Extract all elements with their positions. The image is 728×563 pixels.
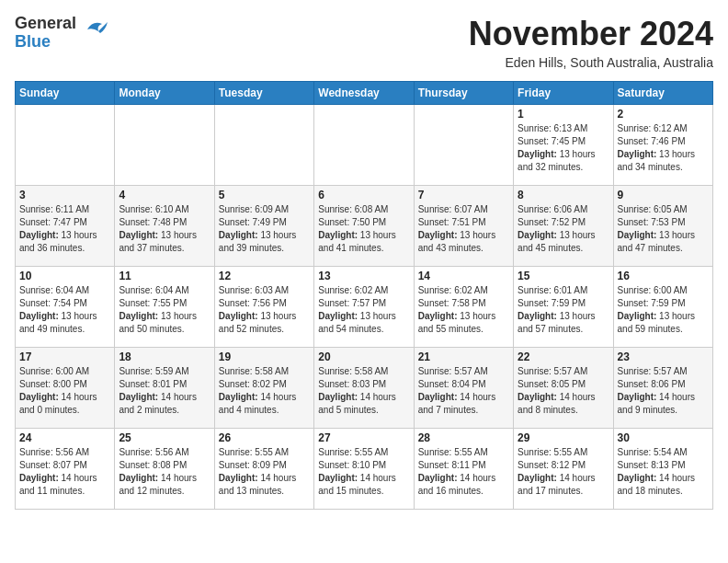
calendar-cell: 30Sunrise: 5:54 AMSunset: 8:13 PMDayligh… (613, 429, 712, 510)
day-number: 3 (19, 189, 110, 201)
calendar-cell: 12Sunrise: 6:03 AMSunset: 7:56 PMDayligh… (214, 267, 313, 348)
day-info: Sunrise: 6:07 AMSunset: 7:51 PMDaylight:… (418, 203, 509, 255)
day-number: 4 (119, 189, 210, 201)
day-info: Sunrise: 5:58 AMSunset: 8:03 PMDaylight:… (318, 365, 409, 417)
day-number: 5 (219, 189, 310, 201)
day-info: Sunrise: 5:55 AMSunset: 8:11 PMDaylight:… (418, 446, 509, 498)
calendar-cell (214, 105, 313, 186)
logo: General Blue (15, 15, 109, 52)
calendar-cell: 1Sunrise: 6:13 AMSunset: 7:45 PMDaylight… (514, 105, 613, 186)
day-info: Sunrise: 5:57 AMSunset: 8:05 PMDaylight:… (518, 365, 609, 417)
calendar-cell (115, 105, 214, 186)
calendar-cell: 6Sunrise: 6:08 AMSunset: 7:50 PMDaylight… (314, 186, 414, 267)
calendar-cell: 26Sunrise: 5:55 AMSunset: 8:09 PMDayligh… (214, 429, 313, 510)
day-number: 13 (318, 270, 409, 282)
calendar-cell: 17Sunrise: 6:00 AMSunset: 8:00 PMDayligh… (16, 348, 115, 429)
calendar-cell: 25Sunrise: 5:56 AMSunset: 8:08 PMDayligh… (115, 429, 214, 510)
day-number: 7 (418, 189, 509, 201)
calendar-cell (16, 105, 115, 186)
calendar-cell: 9Sunrise: 6:05 AMSunset: 7:53 PMDaylight… (613, 186, 712, 267)
day-number: 26 (219, 431, 310, 444)
day-info: Sunrise: 6:12 AMSunset: 7:46 PMDaylight:… (618, 122, 709, 174)
col-header-sunday: Sunday (16, 82, 115, 105)
day-number: 11 (119, 270, 210, 282)
day-info: Sunrise: 6:00 AMSunset: 8:00 PMDaylight:… (19, 365, 110, 417)
day-info: Sunrise: 6:00 AMSunset: 7:59 PMDaylight:… (618, 284, 709, 336)
col-header-saturday: Saturday (613, 82, 712, 105)
day-number: 22 (518, 350, 609, 363)
day-number: 17 (19, 350, 110, 363)
day-info: Sunrise: 5:54 AMSunset: 8:13 PMDaylight:… (618, 446, 709, 498)
calendar-cell (414, 105, 513, 186)
calendar-cell: 11Sunrise: 6:04 AMSunset: 7:55 PMDayligh… (115, 267, 214, 348)
day-info: Sunrise: 5:55 AMSunset: 8:10 PMDaylight:… (318, 446, 409, 498)
day-number: 15 (518, 270, 609, 282)
day-number: 9 (618, 189, 709, 201)
day-number: 28 (418, 431, 509, 444)
col-header-tuesday: Tuesday (214, 82, 313, 105)
calendar-cell: 4Sunrise: 6:10 AMSunset: 7:48 PMDaylight… (115, 186, 214, 267)
calendar-week-row: 3Sunrise: 6:11 AMSunset: 7:47 PMDaylight… (16, 186, 713, 267)
day-info: Sunrise: 5:55 AMSunset: 8:12 PMDaylight:… (518, 446, 609, 498)
col-header-thursday: Thursday (414, 82, 513, 105)
calendar-cell: 19Sunrise: 5:58 AMSunset: 8:02 PMDayligh… (214, 348, 313, 429)
calendar-cell: 22Sunrise: 5:57 AMSunset: 8:05 PMDayligh… (514, 348, 613, 429)
day-info: Sunrise: 6:06 AMSunset: 7:52 PMDaylight:… (518, 203, 609, 255)
col-header-monday: Monday (115, 82, 214, 105)
calendar-cell (314, 105, 414, 186)
calendar-cell: 10Sunrise: 6:04 AMSunset: 7:54 PMDayligh… (16, 267, 115, 348)
day-info: Sunrise: 6:09 AMSunset: 7:49 PMDaylight:… (219, 203, 310, 255)
calendar-week-row: 17Sunrise: 6:00 AMSunset: 8:00 PMDayligh… (16, 348, 713, 429)
day-number: 1 (518, 108, 609, 121)
col-header-friday: Friday (514, 82, 613, 105)
calendar-cell: 24Sunrise: 5:56 AMSunset: 8:07 PMDayligh… (16, 429, 115, 510)
col-header-wednesday: Wednesday (314, 82, 414, 105)
day-number: 27 (318, 431, 409, 444)
calendar-cell: 8Sunrise: 6:06 AMSunset: 7:52 PMDaylight… (514, 186, 613, 267)
calendar-cell: 3Sunrise: 6:11 AMSunset: 7:47 PMDaylight… (16, 186, 115, 267)
day-info: Sunrise: 6:10 AMSunset: 7:48 PMDaylight:… (119, 203, 210, 255)
location-title: Eden Hills, South Australia, Australia (469, 55, 713, 70)
day-info: Sunrise: 6:02 AMSunset: 7:58 PMDaylight:… (418, 284, 509, 336)
calendar-cell: 20Sunrise: 5:58 AMSunset: 8:03 PMDayligh… (314, 348, 414, 429)
day-number: 24 (19, 431, 110, 444)
calendar-cell: 13Sunrise: 6:02 AMSunset: 7:57 PMDayligh… (314, 267, 414, 348)
day-info: Sunrise: 5:57 AMSunset: 8:06 PMDaylight:… (618, 365, 709, 417)
calendar-cell: 16Sunrise: 6:00 AMSunset: 7:59 PMDayligh… (613, 267, 712, 348)
day-number: 25 (119, 431, 210, 444)
day-number: 20 (318, 350, 409, 363)
day-info: Sunrise: 6:13 AMSunset: 7:45 PMDaylight:… (518, 122, 609, 174)
day-number: 8 (518, 189, 609, 201)
calendar-cell: 29Sunrise: 5:55 AMSunset: 8:12 PMDayligh… (514, 429, 613, 510)
calendar-cell: 21Sunrise: 5:57 AMSunset: 8:04 PMDayligh… (414, 348, 513, 429)
day-info: Sunrise: 6:03 AMSunset: 7:56 PMDaylight:… (219, 284, 310, 336)
day-number: 19 (219, 350, 310, 363)
calendar-cell: 5Sunrise: 6:09 AMSunset: 7:49 PMDaylight… (214, 186, 313, 267)
day-info: Sunrise: 6:02 AMSunset: 7:57 PMDaylight:… (318, 284, 409, 336)
day-number: 21 (418, 350, 509, 363)
calendar-week-row: 24Sunrise: 5:56 AMSunset: 8:07 PMDayligh… (16, 429, 713, 510)
calendar-table: SundayMondayTuesdayWednesdayThursdayFrid… (15, 81, 713, 510)
calendar-cell: 15Sunrise: 6:01 AMSunset: 7:59 PMDayligh… (514, 267, 613, 348)
day-info: Sunrise: 6:01 AMSunset: 7:59 PMDaylight:… (518, 284, 609, 336)
calendar-header-row: SundayMondayTuesdayWednesdayThursdayFrid… (16, 82, 713, 105)
day-number: 23 (618, 350, 709, 363)
calendar-week-row: 1Sunrise: 6:13 AMSunset: 7:45 PMDaylight… (16, 105, 713, 186)
day-number: 18 (119, 350, 210, 363)
day-number: 6 (318, 189, 409, 201)
day-info: Sunrise: 6:11 AMSunset: 7:47 PMDaylight:… (19, 203, 110, 255)
calendar-cell: 18Sunrise: 5:59 AMSunset: 8:01 PMDayligh… (115, 348, 214, 429)
calendar-cell: 2Sunrise: 6:12 AMSunset: 7:46 PMDaylight… (613, 105, 712, 186)
page-header: General Blue November 2024 Eden Hills, S… (15, 15, 713, 70)
day-info: Sunrise: 5:55 AMSunset: 8:09 PMDaylight:… (219, 446, 310, 498)
day-info: Sunrise: 5:56 AMSunset: 8:08 PMDaylight:… (119, 446, 210, 498)
day-number: 10 (19, 270, 110, 282)
day-info: Sunrise: 6:08 AMSunset: 7:50 PMDaylight:… (318, 203, 409, 255)
day-number: 14 (418, 270, 509, 282)
day-number: 16 (618, 270, 709, 282)
day-number: 12 (219, 270, 310, 282)
calendar-cell: 7Sunrise: 6:07 AMSunset: 7:51 PMDaylight… (414, 186, 513, 267)
day-number: 30 (618, 431, 709, 444)
day-info: Sunrise: 5:56 AMSunset: 8:07 PMDaylight:… (19, 446, 110, 498)
day-number: 29 (518, 431, 609, 444)
